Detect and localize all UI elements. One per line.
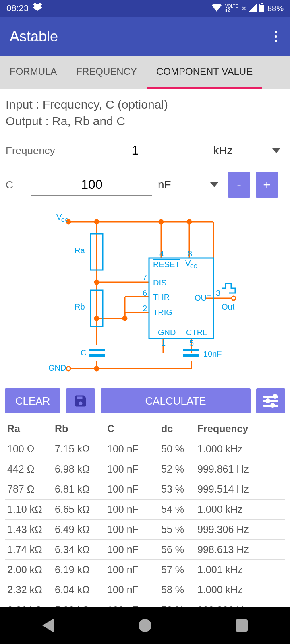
table-row[interactable]: 2.32 kΩ6.04 kΩ100 nF58 %1.000 kHz	[5, 580, 285, 600]
nav-back-icon[interactable]	[42, 618, 54, 633]
tabs: FORMULA FREQUENCY COMPONENT VALUE	[0, 56, 290, 89]
svg-point-25	[95, 280, 99, 284]
svg-text:Ra: Ra	[75, 246, 85, 255]
svg-text:Rb: Rb	[75, 302, 85, 311]
header-ra: Ra	[7, 423, 55, 435]
c-unit: nF	[158, 178, 171, 191]
svg-text:2: 2	[143, 304, 147, 313]
table-row[interactable]: 1.10 kΩ6.65 kΩ100 nF54 %1.000 kHz	[5, 500, 285, 520]
chevron-down-icon	[210, 182, 218, 187]
svg-point-29	[66, 367, 70, 371]
save-icon	[73, 394, 88, 408]
svg-text:Out: Out	[222, 302, 235, 311]
app-title: Astable	[10, 28, 58, 45]
tab-frequency[interactable]: FREQUENCY	[66, 56, 147, 89]
svg-text:DIS: DIS	[153, 278, 166, 287]
table-row[interactable]: 100 Ω7.15 kΩ100 nF50 %1.000 kHz	[5, 439, 285, 459]
output-text: Output : Ra, Rb and C	[6, 113, 284, 130]
c-minus-button[interactable]: -	[228, 172, 250, 198]
svg-text:3: 3	[216, 289, 220, 297]
svg-rect-2	[260, 5, 264, 12]
c-plus-button[interactable]: +	[256, 172, 278, 198]
svg-point-23	[159, 220, 163, 224]
svg-point-27	[123, 316, 127, 320]
svg-text:GND: GND	[158, 328, 176, 337]
svg-text:10nF: 10nF	[203, 349, 222, 358]
header-freq: Frequency	[197, 423, 283, 435]
svg-text:8: 8	[188, 249, 192, 258]
svg-text:4: 4	[160, 249, 164, 258]
chevron-down-icon	[272, 148, 280, 153]
svg-text:CTRL: CTRL	[186, 328, 207, 337]
app-bar: Astable	[0, 17, 290, 56]
table-row[interactable]: 787 Ω6.81 kΩ100 nF53 %999.514 Hz	[5, 479, 285, 500]
status-bar: 08:23 VOLTE▮2 ✕ 88%	[0, 0, 290, 17]
svg-text:RESET: RESET	[153, 260, 180, 269]
frequency-unit-select[interactable]: kHz	[213, 144, 284, 157]
header-c: C	[107, 423, 161, 435]
wifi-icon	[212, 4, 222, 14]
svg-text:1: 1	[161, 339, 166, 347]
svg-text:6: 6	[143, 289, 147, 297]
signal-x-icon: ✕	[242, 5, 246, 12]
dropbox-icon	[33, 3, 42, 14]
nav-home-icon[interactable]	[139, 619, 151, 632]
c-input[interactable]	[31, 174, 152, 196]
svg-text:THR: THR	[153, 293, 170, 301]
nav-bar	[0, 607, 290, 644]
c-label: C	[6, 179, 26, 191]
svg-text:7: 7	[143, 273, 147, 282]
calculate-button[interactable]: CALCULATE	[101, 388, 251, 413]
clear-button[interactable]: CLEAR	[5, 388, 60, 413]
svg-text:TRIG: TRIG	[153, 308, 172, 317]
svg-text:CC: CC	[190, 264, 197, 269]
c-unit-select[interactable]: nF	[158, 178, 222, 191]
more-menu-icon[interactable]	[271, 28, 280, 45]
signal-icon	[249, 4, 257, 14]
table-row[interactable]: 442 Ω6.98 kΩ100 nF52 %999.861 Hz	[5, 459, 285, 479]
table-row[interactable]: 1.43 kΩ6.49 kΩ100 nF55 %999.306 Hz	[5, 520, 285, 540]
header-dc: dc	[161, 423, 197, 435]
svg-point-26	[95, 316, 99, 320]
svg-point-28	[232, 296, 236, 300]
svg-point-24	[187, 220, 191, 224]
tab-formula[interactable]: FORMULA	[0, 56, 66, 89]
svg-point-22	[95, 220, 99, 224]
battery-icon	[259, 3, 265, 14]
table-row[interactable]: 1.74 kΩ6.34 kΩ100 nF56 %998.613 Hz	[5, 540, 285, 560]
header-rb: Rb	[55, 423, 107, 435]
frequency-label: Frequency	[6, 144, 57, 157]
svg-point-30	[95, 367, 99, 371]
volte-icon: VOLTE▮2	[224, 4, 239, 13]
frequency-unit: kHz	[213, 144, 232, 157]
settings-button[interactable]	[256, 388, 285, 413]
nav-recent-icon[interactable]	[236, 619, 248, 632]
status-time: 08:23	[6, 3, 29, 14]
sliders-icon	[263, 396, 278, 407]
svg-text:CC: CC	[61, 217, 68, 223]
svg-text:GND: GND	[48, 363, 66, 372]
save-button[interactable]	[66, 388, 95, 413]
table-header: Ra Rb C dc Frequency	[5, 419, 285, 439]
input-text: Input : Frequency, C (optional)	[6, 97, 284, 113]
svg-text:5: 5	[189, 339, 194, 347]
frequency-input[interactable]	[62, 140, 207, 161]
tab-component-value[interactable]: COMPONENT VALUE	[147, 56, 262, 89]
circuit-diagram: VCC Ra Rb C GND RESET VCC DIS THR TRIG O…	[6, 210, 284, 379]
table-row[interactable]: 2.00 kΩ6.19 kΩ100 nF57 %1.001 kHz	[5, 560, 285, 580]
svg-text:C: C	[81, 348, 86, 357]
svg-text:OUT: OUT	[195, 293, 211, 302]
battery-percent: 88%	[267, 4, 284, 13]
